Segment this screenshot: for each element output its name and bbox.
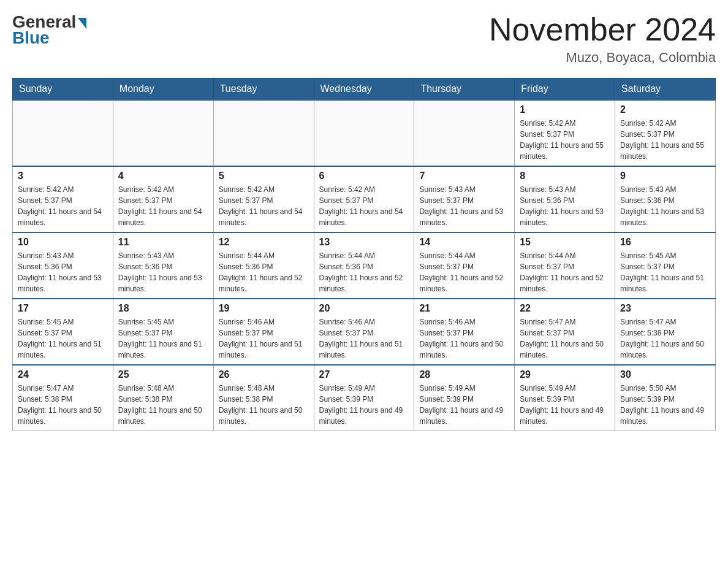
calendar-cell: 11Sunrise: 5:43 AMSunset: 5:36 PMDayligh… [113, 232, 213, 299]
day-info: Sunrise: 5:48 AMSunset: 5:38 PMDaylight:… [219, 383, 309, 427]
calendar-cell: 9Sunrise: 5:43 AMSunset: 5:36 PMDaylight… [615, 166, 716, 232]
day-number: 18 [118, 303, 208, 314]
day-info: Sunrise: 5:47 AMSunset: 5:38 PMDaylight:… [18, 383, 108, 427]
day-info: Sunrise: 5:45 AMSunset: 5:37 PMDaylight:… [18, 316, 108, 361]
day-number: 26 [219, 369, 309, 380]
day-number: 10 [18, 237, 108, 248]
day-info: Sunrise: 5:43 AMSunset: 5:36 PMDaylight:… [520, 184, 610, 228]
day-info: Sunrise: 5:43 AMSunset: 5:36 PMDaylight:… [118, 250, 208, 294]
day-number: 5 [219, 170, 309, 182]
day-number: 12 [219, 237, 309, 248]
day-info: Sunrise: 5:42 AMSunset: 5:37 PMDaylight:… [520, 118, 610, 162]
week-row-3: 10Sunrise: 5:43 AMSunset: 5:36 PMDayligh… [13, 232, 716, 299]
calendar-cell: 20Sunrise: 5:46 AMSunset: 5:37 PMDayligh… [314, 299, 414, 365]
logo-arrow-icon [78, 18, 86, 29]
calendar-cell: 19Sunrise: 5:46 AMSunset: 5:37 PMDayligh… [213, 299, 314, 365]
calendar-cell: 30Sunrise: 5:50 AMSunset: 5:39 PMDayligh… [615, 365, 716, 431]
day-number: 24 [18, 369, 108, 380]
calendar-title: November 2024 [489, 12, 716, 47]
day-number: 9 [620, 170, 710, 182]
day-info: Sunrise: 5:44 AMSunset: 5:37 PMDaylight:… [419, 250, 509, 294]
calendar-cell: 7Sunrise: 5:43 AMSunset: 5:37 PMDaylight… [414, 166, 515, 232]
day-info: Sunrise: 5:42 AMSunset: 5:37 PMDaylight:… [620, 118, 710, 162]
day-number: 1 [520, 104, 610, 115]
day-number: 28 [419, 369, 509, 380]
col-friday: Friday [515, 79, 615, 101]
calendar-cell: 24Sunrise: 5:47 AMSunset: 5:38 PMDayligh… [13, 365, 113, 431]
day-number: 30 [620, 369, 710, 380]
calendar-cell: 26Sunrise: 5:48 AMSunset: 5:38 PMDayligh… [213, 365, 314, 431]
day-number: 17 [18, 303, 108, 314]
day-info: Sunrise: 5:46 AMSunset: 5:37 PMDaylight:… [219, 316, 309, 361]
calendar-cell: 23Sunrise: 5:47 AMSunset: 5:38 PMDayligh… [615, 299, 716, 365]
day-info: Sunrise: 5:44 AMSunset: 5:36 PMDaylight:… [219, 250, 309, 294]
day-info: Sunrise: 5:42 AMSunset: 5:37 PMDaylight:… [319, 184, 409, 228]
calendar-cell: 6Sunrise: 5:42 AMSunset: 5:37 PMDaylight… [314, 166, 414, 232]
day-number: 16 [620, 237, 710, 248]
day-number: 8 [520, 170, 610, 182]
calendar-cell: 21Sunrise: 5:46 AMSunset: 5:37 PMDayligh… [414, 299, 515, 365]
calendar-cell: 29Sunrise: 5:49 AMSunset: 5:39 PMDayligh… [515, 365, 615, 431]
calendar-subtitle: Muzo, Boyaca, Colombia [489, 50, 716, 66]
calendar-cell [414, 100, 515, 166]
day-number: 6 [319, 170, 409, 182]
calendar-cell: 2Sunrise: 5:42 AMSunset: 5:37 PMDaylight… [615, 100, 716, 166]
day-info: Sunrise: 5:42 AMSunset: 5:37 PMDaylight:… [18, 184, 108, 228]
day-info: Sunrise: 5:42 AMSunset: 5:37 PMDaylight:… [219, 184, 309, 228]
calendar-cell [314, 100, 414, 166]
calendar-cell: 3Sunrise: 5:42 AMSunset: 5:37 PMDaylight… [13, 166, 113, 232]
calendar-cell: 27Sunrise: 5:49 AMSunset: 5:39 PMDayligh… [314, 365, 414, 431]
calendar-cell: 17Sunrise: 5:45 AMSunset: 5:37 PMDayligh… [13, 299, 113, 365]
calendar-cell: 10Sunrise: 5:43 AMSunset: 5:36 PMDayligh… [13, 232, 113, 299]
week-row-5: 24Sunrise: 5:47 AMSunset: 5:38 PMDayligh… [13, 365, 716, 431]
day-number: 7 [419, 170, 509, 182]
col-saturday: Saturday [615, 79, 716, 101]
day-number: 3 [18, 170, 108, 182]
col-thursday: Thursday [414, 79, 515, 101]
calendar-cell: 13Sunrise: 5:44 AMSunset: 5:36 PMDayligh… [314, 232, 414, 299]
calendar-cell: 12Sunrise: 5:44 AMSunset: 5:36 PMDayligh… [213, 232, 314, 299]
day-number: 20 [319, 303, 409, 314]
day-number: 29 [520, 369, 610, 380]
day-info: Sunrise: 5:49 AMSunset: 5:39 PMDaylight:… [419, 383, 509, 427]
day-info: Sunrise: 5:49 AMSunset: 5:39 PMDaylight:… [319, 383, 409, 427]
day-info: Sunrise: 5:44 AMSunset: 5:36 PMDaylight:… [319, 250, 409, 294]
calendar-cell: 15Sunrise: 5:44 AMSunset: 5:37 PMDayligh… [515, 232, 615, 299]
day-number: 27 [319, 369, 409, 380]
day-info: Sunrise: 5:43 AMSunset: 5:37 PMDaylight:… [419, 184, 509, 228]
day-number: 4 [118, 170, 208, 182]
day-info: Sunrise: 5:45 AMSunset: 5:37 PMDaylight:… [620, 250, 710, 294]
col-tuesday: Tuesday [213, 79, 314, 101]
day-number: 11 [118, 237, 208, 248]
week-row-1: 1Sunrise: 5:42 AMSunset: 5:37 PMDaylight… [13, 100, 716, 166]
calendar-cell: 18Sunrise: 5:45 AMSunset: 5:37 PMDayligh… [113, 299, 213, 365]
day-number: 13 [319, 237, 409, 248]
day-info: Sunrise: 5:49 AMSunset: 5:39 PMDaylight:… [520, 383, 610, 427]
title-section: November 2024 Muzo, Boyaca, Colombia [489, 12, 716, 66]
day-number: 14 [419, 237, 509, 248]
day-number: 22 [520, 303, 610, 314]
week-row-4: 17Sunrise: 5:45 AMSunset: 5:37 PMDayligh… [13, 299, 716, 365]
logo: General Blue [12, 12, 86, 48]
col-sunday: Sunday [13, 79, 113, 101]
calendar-cell: 5Sunrise: 5:42 AMSunset: 5:37 PMDaylight… [213, 166, 314, 232]
calendar-cell [213, 100, 314, 166]
day-number: 2 [620, 104, 710, 115]
calendar-cell [113, 100, 213, 166]
day-info: Sunrise: 5:43 AMSunset: 5:36 PMDaylight:… [620, 184, 710, 228]
day-number: 23 [620, 303, 710, 314]
col-monday: Monday [113, 79, 213, 101]
day-info: Sunrise: 5:48 AMSunset: 5:38 PMDaylight:… [118, 383, 208, 427]
logo-blue-text: Blue [12, 28, 50, 48]
calendar-header-row: Sunday Monday Tuesday Wednesday Thursday… [13, 79, 716, 101]
calendar-cell: 8Sunrise: 5:43 AMSunset: 5:36 PMDaylight… [515, 166, 615, 232]
calendar-cell: 14Sunrise: 5:44 AMSunset: 5:37 PMDayligh… [414, 232, 515, 299]
day-info: Sunrise: 5:42 AMSunset: 5:37 PMDaylight:… [118, 184, 208, 228]
col-wednesday: Wednesday [314, 79, 414, 101]
day-number: 25 [118, 369, 208, 380]
calendar-cell: 16Sunrise: 5:45 AMSunset: 5:37 PMDayligh… [615, 232, 716, 299]
week-row-2: 3Sunrise: 5:42 AMSunset: 5:37 PMDaylight… [13, 166, 716, 232]
calendar-cell: 4Sunrise: 5:42 AMSunset: 5:37 PMDaylight… [113, 166, 213, 232]
day-number: 15 [520, 237, 610, 248]
day-number: 19 [219, 303, 309, 314]
